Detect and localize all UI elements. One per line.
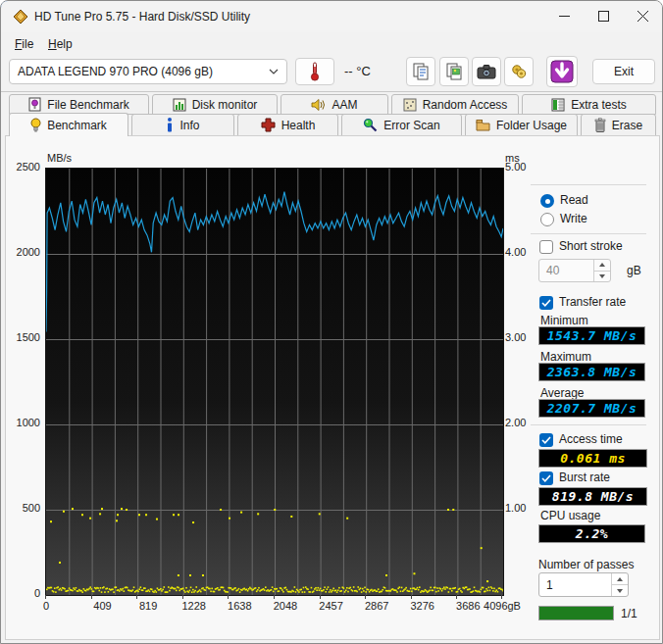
speaker-icon xyxy=(311,98,326,112)
axis-tick-label: 0 xyxy=(43,600,63,612)
tab-label: AAM xyxy=(332,98,357,112)
chevron-down-icon xyxy=(269,69,279,74)
folder-icon xyxy=(476,119,490,131)
tick-mark xyxy=(274,595,275,599)
maximum-label: Maximum xyxy=(540,350,591,364)
camera-icon xyxy=(477,64,496,79)
axis-tick-label: 4096gB xyxy=(479,600,526,612)
passes-label: Number of passes xyxy=(538,558,634,571)
average-label: Average xyxy=(540,386,584,400)
axis-tick-label: 1000 xyxy=(11,417,40,428)
axis-tick-label: 819 xyxy=(125,600,172,612)
axis-tick-label: 2457 xyxy=(308,600,355,612)
up-arrow-icon xyxy=(599,263,605,267)
axis-tick-label: 2048 xyxy=(262,600,309,612)
read-label: Read xyxy=(560,193,588,207)
random-access-icon xyxy=(403,98,417,112)
save-results-button[interactable] xyxy=(546,56,578,87)
short-stroke-size-spinner[interactable]: 40 xyxy=(538,259,611,282)
check-icon xyxy=(541,474,551,482)
tab-info[interactable]: Info xyxy=(131,114,234,136)
window-title: HD Tune Pro 5.75 - Hard Disk/SSD Utility xyxy=(34,10,250,24)
minimum-value-display: 1543.7 MB/s xyxy=(538,326,645,345)
maximum-value-display: 2363.8 MB/s xyxy=(538,363,645,381)
screenshot-button[interactable] xyxy=(472,57,501,86)
chart-svg xyxy=(46,169,503,595)
tab-random-access[interactable]: Random Access xyxy=(391,94,519,115)
tab-error-scan[interactable]: Error Scan xyxy=(341,114,462,136)
access-time-checkbox[interactable] xyxy=(539,433,553,447)
y-left-axis-title: MB/s xyxy=(47,152,72,164)
passes-spinner[interactable]: 1 xyxy=(538,572,629,597)
tick-mark xyxy=(411,595,412,599)
drive-select-value: ADATA LEGEND 970 PRO (4096 gB) xyxy=(18,65,213,78)
tab-disk-monitor[interactable]: Disk monitor xyxy=(152,94,278,115)
close-button[interactable] xyxy=(623,1,662,31)
tick-mark xyxy=(91,595,92,599)
health-cross-icon xyxy=(261,118,276,132)
spin-down-button[interactable] xyxy=(612,585,628,596)
down-arrow-icon xyxy=(550,60,574,83)
tick-mark xyxy=(501,595,502,599)
minimize-icon xyxy=(559,11,570,22)
tab-health[interactable]: Health xyxy=(237,114,338,136)
short-stroke-unit: gB xyxy=(627,264,641,277)
tab-file-benchmark[interactable]: File Benchmark xyxy=(9,94,149,115)
axis-tick-label: 1638 xyxy=(216,600,263,612)
tab-label: Error Scan xyxy=(383,119,439,132)
axis-tick-label: 1500 xyxy=(11,331,40,343)
file-benchmark-icon xyxy=(28,97,41,112)
options-button[interactable] xyxy=(504,57,534,86)
axis-tick-label: 4.00 xyxy=(505,246,535,258)
menu-help[interactable]: Help xyxy=(42,35,78,53)
menu-file[interactable]: FFileile xyxy=(9,35,39,53)
check-icon xyxy=(541,436,551,444)
close-icon xyxy=(638,11,648,22)
maximize-icon xyxy=(598,11,609,22)
write-label: Write xyxy=(560,212,587,225)
copy-image-button[interactable] xyxy=(439,57,469,86)
spin-up-button[interactable] xyxy=(594,260,610,272)
temperature-button[interactable] xyxy=(295,58,334,85)
axis-tick-label: 2.00 xyxy=(505,417,535,428)
app-icon xyxy=(13,9,28,25)
thermometer-icon xyxy=(310,62,320,81)
axis-tick-label: 2500 xyxy=(11,161,40,173)
toolbar-separator xyxy=(1,91,663,92)
transfer-rate-checkbox[interactable] xyxy=(539,296,553,310)
maximize-button[interactable] xyxy=(584,1,623,31)
cpu-usage-label: CPU usage xyxy=(540,509,600,522)
burst-rate-checkbox[interactable] xyxy=(539,471,553,485)
axis-tick-label: 3.00 xyxy=(505,331,535,343)
tick-mark xyxy=(182,595,183,599)
benchmark-bulb-icon xyxy=(30,118,41,133)
burst-rate-label: Burst rate xyxy=(559,471,610,484)
tab-label: Folder Usage xyxy=(496,119,567,132)
spin-down-button[interactable] xyxy=(594,272,610,282)
tab-label: Random Access xyxy=(423,98,508,112)
spin-up-button[interactable] xyxy=(612,573,628,585)
temperature-readout: -- °C xyxy=(344,64,371,78)
tab-erase[interactable]: Erase xyxy=(581,114,656,136)
drive-select-dropdown[interactable]: ADATA LEGEND 970 PRO (4096 gB) xyxy=(9,59,287,84)
tab-label: File Benchmark xyxy=(47,98,128,112)
short-stroke-checkbox[interactable] xyxy=(539,240,553,254)
exit-button[interactable]: Exit xyxy=(592,59,655,84)
tab-folder-usage[interactable]: Folder Usage xyxy=(465,114,578,136)
minimize-button[interactable] xyxy=(544,1,584,31)
write-radio[interactable] xyxy=(540,213,554,226)
tab-label: Info xyxy=(179,119,199,132)
tick-mark xyxy=(456,595,457,599)
tick-mark xyxy=(228,595,229,599)
copy-text-button[interactable] xyxy=(406,57,435,86)
tab-benchmark[interactable]: Benchmark xyxy=(9,113,128,136)
progress-fill xyxy=(539,607,613,619)
cpu-usage-value-display: 2.2% xyxy=(538,524,645,543)
tick-mark xyxy=(136,595,137,599)
tick-mark xyxy=(320,595,321,599)
tab-extra-tests[interactable]: Extra tests xyxy=(522,94,656,115)
read-radio[interactable] xyxy=(540,194,554,208)
options-gear-icon xyxy=(510,63,528,80)
tab-aam[interactable]: AAM xyxy=(280,94,388,115)
up-arrow-icon xyxy=(617,577,623,581)
